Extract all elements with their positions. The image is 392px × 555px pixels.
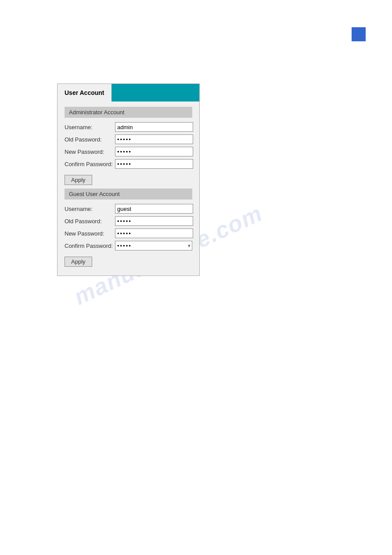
guest-old-password-label: Old Password: bbox=[65, 218, 115, 225]
guest-section-header: Guest User Account bbox=[65, 189, 192, 200]
tab-user-account-label: User Account bbox=[65, 89, 104, 96]
admin-confirm-password-group: Confirm Password: bbox=[65, 159, 192, 169]
admin-section-title: Administrator Account bbox=[69, 109, 124, 116]
admin-old-password-group: Old Password: bbox=[65, 134, 192, 144]
guest-old-password-group: Old Password: bbox=[65, 216, 192, 226]
admin-old-password-input[interactable] bbox=[115, 134, 193, 144]
guest-section-title: Guest User Account bbox=[69, 191, 120, 197]
guest-confirm-password-input[interactable] bbox=[115, 241, 192, 250]
guest-username-label: Username: bbox=[65, 206, 115, 212]
guest-old-password-input[interactable] bbox=[115, 216, 193, 226]
admin-confirm-password-label: Confirm Password: bbox=[65, 161, 115, 167]
guest-confirm-password-wrapper: ▼ bbox=[115, 241, 192, 250]
tab-user-account[interactable]: User Account bbox=[58, 84, 111, 102]
admin-new-password-group: New Password: bbox=[65, 147, 192, 156]
admin-old-password-label: Old Password: bbox=[65, 136, 115, 143]
guest-confirm-password-label: Confirm Password: bbox=[65, 243, 115, 249]
admin-section-header: Administrator Account bbox=[65, 107, 192, 118]
admin-confirm-password-input[interactable] bbox=[115, 159, 193, 169]
guest-username-input[interactable] bbox=[115, 204, 193, 214]
admin-username-input[interactable] bbox=[115, 122, 193, 132]
user-account-panel: User Account Administrator Account Usern… bbox=[57, 83, 200, 276]
admin-username-group: Username: bbox=[65, 122, 192, 132]
content-area: Administrator Account Username: Old Pass… bbox=[58, 102, 199, 276]
blue-square-decoration bbox=[352, 27, 366, 41]
tab-bar: User Account bbox=[58, 84, 199, 102]
guest-new-password-input[interactable] bbox=[115, 229, 193, 238]
admin-new-password-label: New Password: bbox=[65, 149, 115, 155]
guest-apply-button[interactable]: Apply bbox=[65, 257, 92, 267]
guest-confirm-password-group: Confirm Password: ▼ bbox=[65, 241, 192, 250]
admin-new-password-input[interactable] bbox=[115, 147, 193, 156]
guest-new-password-label: New Password: bbox=[65, 230, 115, 237]
admin-apply-button[interactable]: Apply bbox=[65, 175, 92, 185]
guest-new-password-group: New Password: bbox=[65, 229, 192, 238]
admin-username-label: Username: bbox=[65, 124, 115, 131]
guest-username-group: Username: bbox=[65, 204, 192, 214]
